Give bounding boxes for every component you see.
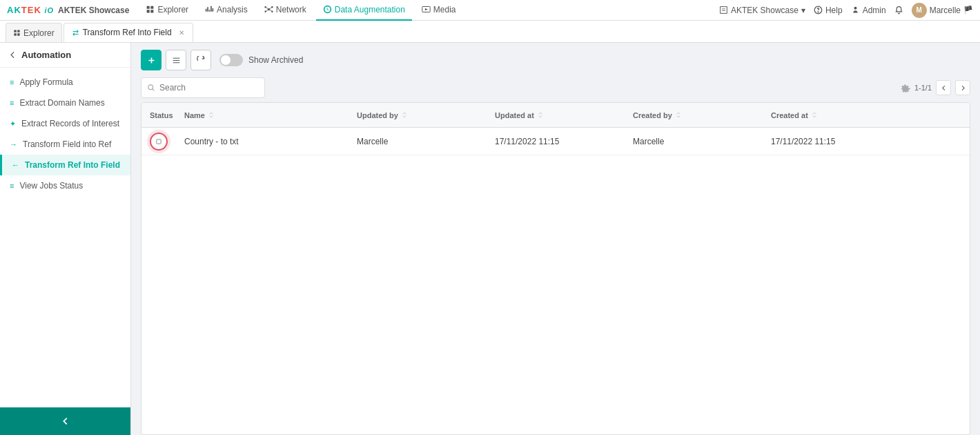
sidebar-item-transform-ref-field[interactable]: ← Transform Ref Into Field <box>0 155 130 175</box>
transform-tab-icon: ⇄ <box>72 28 79 37</box>
list-view-button[interactable] <box>166 50 186 70</box>
status-indicator[interactable] <box>150 133 168 151</box>
sidebar-back[interactable]: Automation <box>0 43 130 68</box>
help-button[interactable]: Help <box>814 6 843 15</box>
tab-explorer-label: Explorer <box>23 28 55 38</box>
col-header-status[interactable]: Status <box>141 111 176 119</box>
brand-name: AKTEK Showcase <box>58 6 129 15</box>
td-status <box>141 133 176 151</box>
content-area: Show Archived 1-1/1 <box>131 43 980 435</box>
user-label: Marcelle <box>930 6 961 15</box>
chevron-right-icon <box>960 85 966 91</box>
brand-logo: AKTEK iO <box>7 5 54 15</box>
pagination-controls: 1-1/1 <box>901 80 970 95</box>
admin-label: Admin <box>863 6 886 15</box>
sidebar-back-label: Automation <box>21 50 71 60</box>
sidebar-item-label-transform-field-ref: Transform Field into Ref <box>23 139 111 149</box>
search-pagination-bar: 1-1/1 <box>131 77 980 102</box>
table-row[interactable]: Country - to txt Marcelle 17/11/2022 11:… <box>141 128 970 155</box>
arrow-right-icon: → <box>10 140 17 148</box>
help-label: Help <box>825 6 843 15</box>
pagination-prev[interactable] <box>936 80 951 95</box>
pagination-info: 1-1/1 <box>914 84 932 92</box>
brand: AKTEK iO AKTEK Showcase <box>7 5 129 15</box>
notification-bell[interactable] <box>894 6 903 14</box>
nav-item-analysis[interactable]: Analysis <box>198 0 255 21</box>
show-archived-label: Show Archived <box>248 55 303 65</box>
svg-point-12 <box>818 12 819 12</box>
user-profile[interactable]: M Marcelle 🏴 <box>912 3 973 18</box>
svg-rect-14 <box>157 139 161 143</box>
avatar: M <box>912 3 927 18</box>
td-created-at: 17/11/2022 11:15 <box>763 137 901 146</box>
sidebar-item-label-transform-ref-field: Transform Ref Into Field <box>25 160 120 170</box>
col-header-updated-at[interactable]: Updated at <box>487 111 625 119</box>
td-name: Country - to txt <box>176 137 349 146</box>
tab-close-icon[interactable]: ✕ <box>179 29 184 37</box>
col-header-name[interactable]: Name <box>176 111 349 119</box>
svg-marker-10 <box>425 8 428 10</box>
showcase-dropdown[interactable]: AKTEK Showcase ▾ <box>719 6 805 15</box>
main-layout: Automation ≡ Apply Formula ≡ Extract Dom… <box>0 43 980 435</box>
sidebar-item-label-apply-formula: Apply Formula <box>19 77 72 87</box>
nav-label-network: Network <box>276 5 306 14</box>
topbar-right: AKTEK Showcase ▾ Help Admin M Marcelle 🏴 <box>719 3 973 18</box>
td-updated-by: Marcelle <box>349 137 487 146</box>
nav-item-media[interactable]: Media <box>415 0 463 21</box>
nav-label-explorer: Explorer <box>157 5 188 14</box>
user-flag-icon: 🏴 <box>963 6 973 14</box>
admin-item[interactable]: Admin <box>851 6 886 15</box>
sidebar-item-apply-formula[interactable]: ≡ Apply Formula <box>0 72 130 93</box>
add-button[interactable] <box>141 50 161 70</box>
toolbar: Show Archived <box>131 43 980 77</box>
dropdown-arrow-icon: ▾ <box>801 6 805 15</box>
col-header-created-by[interactable]: Created by <box>625 111 763 119</box>
sidebar-nav: ≡ Apply Formula ≡ Extract Domain Names ✦… <box>0 68 130 407</box>
tab-explorer[interactable]: Explorer <box>6 23 62 42</box>
td-created-by: Marcelle <box>625 137 763 146</box>
sidebar-item-view-jobs[interactable]: ≡ View Jobs Status <box>0 175 130 196</box>
table-header: Status Name Updated by Updated at Create… <box>141 103 970 128</box>
show-archived-toggle[interactable]: Show Archived <box>219 54 303 66</box>
pagination-next[interactable] <box>955 80 970 95</box>
refresh-button[interactable] <box>190 50 211 70</box>
sidebar-item-extract-domain[interactable]: ≡ Extract Domain Names <box>0 93 130 113</box>
tabbar: Explorer ⇄ Transform Ref Into Field ✕ <box>0 21 980 43</box>
refresh-icon <box>197 56 206 65</box>
sidebar-item-label-extract-records: Extract Records of Interest <box>21 119 119 128</box>
search-icon <box>147 84 155 92</box>
tab-transform-ref-label: Transform Ref Into Field <box>83 28 172 37</box>
nav-label-data-augmentation: Data Augmentation <box>335 5 405 14</box>
records-icon: ✦ <box>10 119 16 128</box>
nav-item-explorer[interactable]: Explorer <box>139 0 195 21</box>
showcase-label: AKTEK Showcase <box>731 6 798 15</box>
archived-switch[interactable] <box>219 54 243 66</box>
search-input[interactable] <box>159 83 259 93</box>
svg-line-6 <box>268 7 272 9</box>
sidebar-item-extract-records[interactable]: ✦ Extract Records of Interest <box>0 113 130 134</box>
data-table: Status Name Updated by Updated at Create… <box>141 102 970 435</box>
nav-item-network[interactable]: Network <box>257 0 313 21</box>
sidebar-item-transform-field-ref[interactable]: → Transform Field into Ref <box>0 134 130 155</box>
settings-icon <box>901 84 910 93</box>
arrow-left-icon: ← <box>12 161 19 169</box>
col-header-created-at[interactable]: Created at <box>763 111 901 119</box>
sidebar-item-label-extract-domain: Extract Domain Names <box>19 98 104 108</box>
topbar: AKTEK iO AKTEK Showcase Explorer Analysi… <box>0 0 980 21</box>
nav-label-media: Media <box>433 5 456 14</box>
svg-line-8 <box>268 10 272 12</box>
formula-icon: ≡ <box>10 78 14 86</box>
nav-item-data-augmentation[interactable]: Data Augmentation <box>316 0 412 21</box>
svg-line-7 <box>265 10 268 12</box>
sidebar: Automation ≡ Apply Formula ≡ Extract Dom… <box>0 43 131 435</box>
domain-icon: ≡ <box>10 99 14 107</box>
jobs-icon: ≡ <box>10 182 14 190</box>
svg-line-5 <box>265 7 268 9</box>
chevron-left-icon <box>941 85 947 91</box>
col-header-updated-by[interactable]: Updated by <box>349 111 487 119</box>
sidebar-collapse[interactable] <box>0 407 130 435</box>
nav-label-analysis: Analysis <box>217 5 248 14</box>
list-icon <box>172 56 181 65</box>
search-input-wrapper[interactable] <box>141 77 265 98</box>
tab-transform-ref[interactable]: ⇄ Transform Ref Into Field ✕ <box>63 23 193 42</box>
